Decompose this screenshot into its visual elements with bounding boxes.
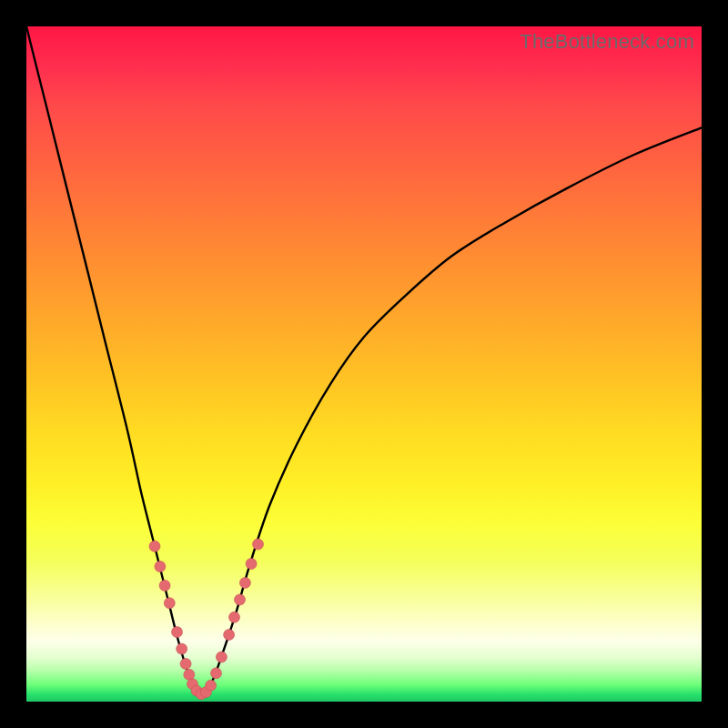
bottleneck-curve-path <box>26 26 702 695</box>
highlight-dot <box>177 643 187 654</box>
curve-layer <box>26 26 702 702</box>
highlight-dot <box>164 598 175 609</box>
highlight-dot <box>206 680 217 691</box>
highlight-dot <box>246 559 257 570</box>
highlight-dot <box>229 612 240 622</box>
highlight-dot <box>224 630 235 641</box>
highlight-dot <box>216 652 227 662</box>
plot-area: TheBottleneck.com <box>26 26 702 702</box>
highlight-dot <box>155 561 166 572</box>
highlight-dot <box>239 577 250 588</box>
highlight-dot <box>253 539 264 550</box>
highlight-dot <box>211 668 222 679</box>
highlight-dot <box>172 627 183 638</box>
highlight-dots-group <box>149 539 264 700</box>
highlight-dot <box>235 594 246 605</box>
highlight-dot <box>159 580 170 591</box>
highlight-dot <box>180 658 191 669</box>
highlight-dot <box>149 541 160 551</box>
chart-frame: TheBottleneck.com <box>0 0 728 728</box>
